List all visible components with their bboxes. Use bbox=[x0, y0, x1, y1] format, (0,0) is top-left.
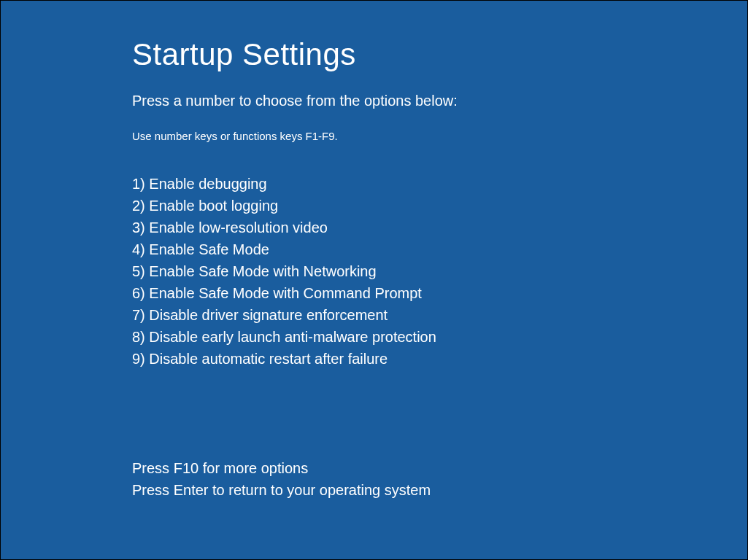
option-disable-driver-signature-enforcement[interactable]: 7) Disable driver signature enforcement bbox=[132, 304, 747, 326]
page-title: Startup Settings bbox=[132, 37, 747, 72]
option-disable-automatic-restart[interactable]: 9) Disable automatic restart after failu… bbox=[132, 348, 747, 370]
option-enable-debugging[interactable]: 1) Enable debugging bbox=[132, 173, 747, 195]
option-disable-early-launch-anti-malware[interactable]: 8) Disable early launch anti-malware pro… bbox=[132, 326, 747, 348]
option-enable-boot-logging[interactable]: 2) Enable boot logging bbox=[132, 195, 747, 217]
options-list: 1) Enable debugging 2) Enable boot loggi… bbox=[132, 173, 747, 370]
option-enable-low-resolution-video[interactable]: 3) Enable low-resolution video bbox=[132, 217, 747, 238]
instruction-text: Press a number to choose from the option… bbox=[132, 93, 747, 109]
option-enable-safe-mode-command-prompt[interactable]: 6) Enable Safe Mode with Command Prompt bbox=[132, 282, 747, 304]
return-text: Press Enter to return to your operating … bbox=[132, 479, 747, 501]
more-options-text: Press F10 for more options bbox=[132, 457, 747, 479]
startup-settings-screen: Startup Settings Press a number to choos… bbox=[1, 1, 747, 501]
option-enable-safe-mode-networking[interactable]: 5) Enable Safe Mode with Networking bbox=[132, 260, 747, 282]
hint-text: Use number keys or functions keys F1-F9. bbox=[132, 130, 747, 142]
option-enable-safe-mode[interactable]: 4) Enable Safe Mode bbox=[132, 238, 747, 260]
